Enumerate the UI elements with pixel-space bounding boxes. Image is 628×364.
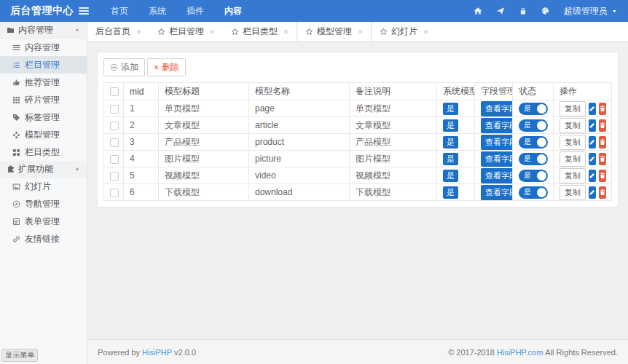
tab-3[interactable]: 模型管理 × bbox=[297, 22, 372, 41]
compass-icon bbox=[12, 200, 20, 208]
row-checkbox[interactable] bbox=[110, 122, 119, 130]
status-toggle[interactable]: 是 bbox=[519, 119, 548, 132]
cell-mid: 5 bbox=[124, 167, 159, 184]
tab-close-icon[interactable]: × bbox=[210, 28, 215, 36]
tab-0[interactable]: 后台首页 × bbox=[87, 22, 149, 41]
sidebar-item-label: 内容管理 bbox=[25, 41, 60, 54]
row-delete-button[interactable] bbox=[599, 153, 606, 165]
user-menu[interactable]: 超级管理员 bbox=[564, 5, 618, 17]
row-delete-button[interactable] bbox=[599, 186, 606, 199]
cell-model-title: 单页模型 bbox=[159, 100, 249, 117]
copy-button[interactable]: 复制 bbox=[560, 185, 586, 200]
row-checkbox[interactable] bbox=[110, 155, 119, 164]
row-checkbox[interactable] bbox=[110, 105, 119, 114]
cell-mid: 6 bbox=[124, 184, 159, 201]
model-icon bbox=[12, 131, 20, 139]
plus-circle-icon bbox=[110, 63, 118, 71]
view-fields-button[interactable]: 查看字段 bbox=[481, 168, 513, 183]
add-button[interactable]: 添加 bbox=[103, 58, 145, 76]
sidebar-item-0-4[interactable]: 标签管理 bbox=[0, 108, 87, 126]
tab-close-icon[interactable]: × bbox=[136, 28, 141, 36]
sidebar-item-0-3[interactable]: 碎片管理 bbox=[0, 91, 87, 108]
table-row: 5 视频模型 video 视频模型 是 查看字段 是 复制 bbox=[104, 167, 612, 184]
delete-button[interactable]: × 删除 bbox=[147, 58, 186, 76]
sidebar-item-1-0[interactable]: 幻灯片 bbox=[0, 178, 87, 195]
top-nav-item-1[interactable]: 系统 bbox=[138, 0, 176, 22]
row-delete-button[interactable] bbox=[599, 170, 606, 182]
sidebar-section-1[interactable]: 扩展功能 bbox=[0, 161, 87, 178]
status-toggle[interactable]: 是 bbox=[519, 186, 548, 199]
sidebar-item-0-2[interactable]: 推荐管理 bbox=[0, 74, 87, 91]
palette-icon[interactable] bbox=[541, 7, 550, 15]
edit-button[interactable] bbox=[589, 136, 596, 149]
table-row: 2 文章模型 article 文章模型 是 查看字段 是 复制 bbox=[104, 117, 612, 134]
tab-1[interactable]: 栏目管理 × bbox=[149, 22, 223, 41]
status-toggle[interactable]: 是 bbox=[519, 136, 548, 149]
row-checkbox[interactable] bbox=[110, 138, 119, 147]
edit-button[interactable] bbox=[589, 103, 596, 115]
view-fields-button[interactable]: 查看字段 bbox=[481, 185, 513, 200]
lock-icon[interactable] bbox=[519, 7, 527, 15]
view-fields-button[interactable]: 查看字段 bbox=[481, 135, 513, 150]
table-row: 1 单页模型 page 单页模型 是 查看字段 是 复制 bbox=[104, 100, 612, 117]
view-fields-button[interactable]: 查看字段 bbox=[481, 101, 513, 116]
system-model-badge: 是 bbox=[443, 186, 458, 199]
tab-close-icon[interactable]: × bbox=[358, 28, 363, 36]
sidebar-item-0-5[interactable]: 模型管理 bbox=[0, 126, 87, 143]
edit-button[interactable] bbox=[589, 119, 596, 132]
tab-label: 幻灯片 bbox=[391, 25, 417, 38]
select-all-checkbox[interactable] bbox=[110, 87, 119, 96]
cell-note: 下载模型 bbox=[350, 184, 437, 201]
sidebar-item-0-0[interactable]: 内容管理 bbox=[0, 39, 87, 56]
view-fields-button[interactable]: 查看字段 bbox=[481, 118, 513, 133]
sidebar-item-1-2[interactable]: 表单管理 bbox=[0, 213, 87, 230]
status-toggle[interactable]: 是 bbox=[519, 103, 548, 115]
system-model-badge: 是 bbox=[443, 153, 458, 165]
top-nav-item-2[interactable]: 插件 bbox=[176, 0, 214, 22]
copy-button[interactable]: 复制 bbox=[560, 168, 586, 183]
paper-plane-icon[interactable] bbox=[496, 7, 505, 15]
tab-label: 栏目类型 bbox=[243, 25, 278, 38]
status-toggle[interactable]: 是 bbox=[519, 170, 548, 182]
trash-icon bbox=[599, 122, 606, 129]
sidebar-item-1-3[interactable]: 友情链接 bbox=[0, 230, 87, 248]
edit-button[interactable] bbox=[589, 186, 596, 199]
view-fields-button[interactable]: 查看字段 bbox=[481, 151, 513, 167]
hisiphp-site-link[interactable]: HisiPHP.com bbox=[497, 348, 543, 357]
cell-model-name: page bbox=[249, 100, 350, 117]
top-nav-item-3[interactable]: 内容 bbox=[214, 0, 252, 22]
pencil-icon bbox=[589, 189, 596, 196]
sidebar-item-label: 标签管理 bbox=[25, 111, 60, 124]
column-header: 操作 bbox=[554, 83, 612, 100]
home-icon[interactable] bbox=[474, 7, 482, 15]
hamburger-icon[interactable] bbox=[79, 6, 89, 16]
tab-2[interactable]: 栏目类型 × bbox=[223, 22, 297, 41]
cell-model-name: video bbox=[249, 167, 350, 184]
tag-icon bbox=[12, 114, 20, 122]
sidebar-item-label: 推荐管理 bbox=[25, 76, 60, 89]
edit-button[interactable] bbox=[589, 153, 596, 165]
sidebar-item-1-1[interactable]: 导航管理 bbox=[0, 195, 87, 213]
row-delete-button[interactable] bbox=[599, 119, 606, 132]
sidebar-item-0-1[interactable]: 栏目管理 bbox=[0, 56, 87, 74]
copy-button[interactable]: 复制 bbox=[560, 118, 586, 133]
show-menu-button[interactable]: 显示菜单 bbox=[1, 349, 38, 362]
top-nav-item-0[interactable]: 首页 bbox=[101, 0, 138, 22]
row-checkbox[interactable] bbox=[110, 189, 119, 197]
row-checkbox[interactable] bbox=[110, 172, 119, 181]
hisiphp-link[interactable]: HisiPHP bbox=[142, 348, 172, 357]
copy-button[interactable]: 复制 bbox=[560, 101, 586, 116]
edit-button[interactable] bbox=[589, 170, 596, 182]
tab-close-icon[interactable]: × bbox=[423, 28, 428, 36]
status-toggle[interactable]: 是 bbox=[519, 153, 548, 165]
row-delete-button[interactable] bbox=[599, 103, 606, 115]
row-delete-button[interactable] bbox=[599, 136, 606, 149]
app-title: 后台管理中心 bbox=[0, 4, 79, 17]
cell-note: 单页模型 bbox=[350, 100, 437, 117]
copy-button[interactable]: 复制 bbox=[560, 151, 586, 167]
sidebar-item-0-6[interactable]: 栏目类型 bbox=[0, 143, 87, 161]
tab-close-icon[interactable]: × bbox=[283, 28, 289, 36]
sidebar-section-0[interactable]: 内容管理 bbox=[0, 22, 87, 39]
tab-4[interactable]: 幻灯片 × bbox=[372, 22, 436, 41]
copy-button[interactable]: 复制 bbox=[560, 135, 586, 150]
